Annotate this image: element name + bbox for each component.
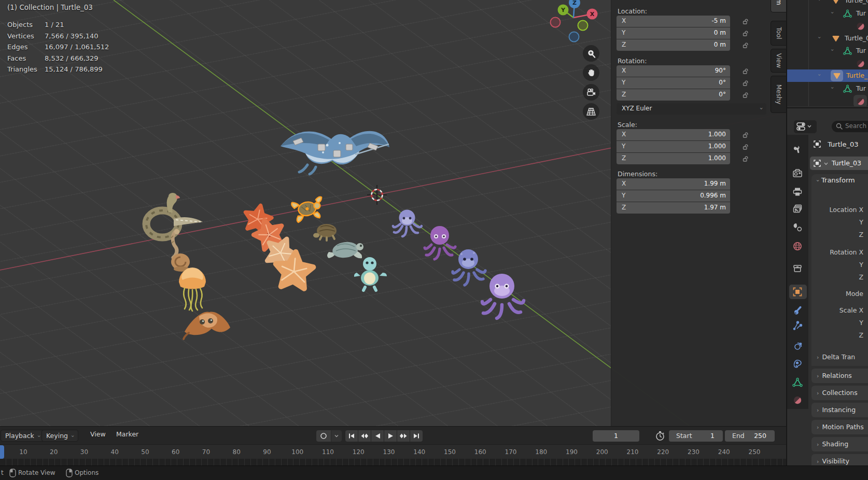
outliner-row-object-selected[interactable]: › Turtle_0: [787, 69, 868, 82]
seahorse-object[interactable]: [171, 229, 179, 258]
tab-view-layer-icon[interactable]: [792, 204, 803, 214]
lock-open-icon[interactable]: [742, 41, 749, 49]
outliner-row-object[interactable]: › Turtle_0: [787, 32, 868, 45]
octopus-4-object[interactable]: [482, 274, 524, 318]
chevron-icon[interactable]: ›: [817, 74, 822, 76]
editor-type-button[interactable]: [794, 120, 817, 133]
tab-constraints-icon[interactable]: [792, 359, 803, 369]
gizmo-neg-y-ball[interactable]: [578, 21, 588, 31]
outliner-row-object[interactable]: › Turtle_0: [787, 0, 868, 7]
play-button[interactable]: [384, 430, 397, 442]
outliner-row-mesh[interactable]: › Tur: [787, 45, 868, 57]
scale-x-field[interactable]: X1.000: [617, 129, 730, 140]
auto-keying-button[interactable]: [316, 430, 331, 442]
timeline-ruler[interactable]: 1020304050607080901001101201301401501601…: [0, 444, 786, 459]
sidebar-tab-item[interactable]: Item: [771, 0, 786, 12]
scale-y-field[interactable]: Y1.000: [617, 141, 730, 152]
lock-open-icon[interactable]: [742, 91, 749, 98]
tab-collection-icon[interactable]: [792, 263, 803, 274]
scale-z-field[interactable]: Z1.000: [617, 153, 730, 164]
tab-physics-icon[interactable]: [792, 342, 803, 352]
tab-output-icon[interactable]: [792, 187, 803, 197]
lock-open-icon[interactable]: [742, 30, 749, 37]
tortoise-object[interactable]: [313, 224, 337, 241]
object-id-field[interactable]: Turtle_03: [810, 157, 868, 170]
outliner-row-mesh[interactable]: › Tur: [787, 82, 868, 95]
tab-render-icon[interactable]: [792, 168, 803, 178]
tab-particles-icon[interactable]: [792, 320, 803, 331]
start-frame-field[interactable]: Start1: [669, 430, 723, 442]
cuttlefish-object[interactable]: [184, 312, 230, 339]
tab-object-data-icon[interactable]: [792, 377, 803, 388]
tab-tool-icon[interactable]: [792, 145, 803, 155]
chevron-icon[interactable]: ›: [817, 0, 822, 1]
selected-turtle-object[interactable]: [291, 196, 326, 223]
search-input[interactable]: Search: [832, 121, 868, 132]
zoom-button[interactable]: [583, 45, 599, 62]
view-menu[interactable]: View: [90, 430, 106, 438]
stopwatch-icon[interactable]: [655, 431, 665, 441]
outliner-row-material[interactable]: [787, 57, 868, 69]
keying-options-button[interactable]: [331, 430, 342, 442]
lock-open-icon[interactable]: [742, 155, 749, 162]
collapsed-panel-header[interactable]: ›Relations: [811, 369, 868, 383]
baby-turtle-object[interactable]: [354, 257, 387, 290]
marker-menu[interactable]: Marker: [116, 430, 138, 438]
chevron-icon[interactable]: ›: [830, 12, 835, 14]
lock-open-icon[interactable]: [742, 79, 749, 87]
sidebar-tab-view[interactable]: View: [771, 49, 786, 73]
end-frame-field[interactable]: End250: [725, 430, 775, 442]
play-reverse-button[interactable]: [371, 430, 384, 442]
location-y-field[interactable]: Y0 m: [617, 27, 730, 39]
lock-open-icon[interactable]: [742, 143, 749, 150]
prev-keyframe-button[interactable]: [358, 430, 371, 442]
collapsed-panel-header[interactable]: ›Motion Paths: [811, 420, 868, 434]
current-frame-field[interactable]: 1: [593, 430, 639, 442]
delta-transform-subpanel[interactable]: ›Delta Tran: [817, 353, 868, 361]
keying-menu[interactable]: Keying›: [41, 430, 78, 442]
lock-open-icon[interactable]: [742, 67, 749, 75]
sea-turtle-object[interactable]: [327, 241, 363, 260]
location-x-field[interactable]: X-5 m: [617, 16, 730, 27]
lock-open-icon[interactable]: [742, 131, 749, 138]
collapsed-panel-header[interactable]: ›Collections: [811, 386, 868, 400]
octopus-2-object[interactable]: [425, 226, 455, 259]
navigation-gizmo[interactable]: X Y Z: [544, 0, 601, 47]
jellyfish-object[interactable]: [179, 267, 206, 311]
outliner-row-material[interactable]: [787, 95, 868, 106]
outliner-row-material[interactable]: [787, 20, 868, 32]
location-z-field[interactable]: Z0 m: [617, 39, 730, 51]
timeline-scrollbar[interactable]: [0, 459, 786, 466]
rotation-mode-dropdown[interactable]: XYZ Euler ›: [617, 103, 766, 115]
current-frame-playhead[interactable]: [0, 445, 4, 459]
dimensions-z-field[interactable]: Z1.97 m: [617, 202, 730, 214]
collapsed-panel-header[interactable]: ›Instancing: [811, 403, 868, 417]
transform-panel-header[interactable]: ›Transform: [817, 176, 855, 184]
rotation-x-field[interactable]: X90°: [617, 65, 730, 77]
tab-object-icon[interactable]: [792, 287, 803, 297]
outliner-row-mesh[interactable]: › Tur: [787, 7, 868, 20]
collapsed-panel-header[interactable]: ›Shading: [811, 437, 868, 451]
lock-open-icon[interactable]: [742, 18, 749, 25]
chevron-icon[interactable]: ›: [830, 49, 835, 51]
gizmo-neg-x-ball[interactable]: [551, 18, 561, 27]
manta-ray-object[interactable]: [281, 131, 389, 174]
pan-button[interactable]: [583, 64, 599, 81]
collapsed-panel-header[interactable]: ›Visibility: [811, 454, 868, 465]
tab-scene-icon[interactable]: [792, 222, 803, 232]
toggle-grid-button[interactable]: [583, 103, 599, 120]
jump-to-end-button[interactable]: [410, 430, 423, 442]
dimensions-x-field[interactable]: X1.99 m: [617, 178, 730, 190]
dimensions-y-field[interactable]: Y0.996 m: [617, 190, 730, 202]
camera-view-button[interactable]: [583, 84, 599, 101]
playback-menu[interactable]: Playback›: [1, 430, 45, 442]
sidebar-tab-tool[interactable]: Tool: [771, 21, 786, 46]
tab-world-icon[interactable]: [792, 241, 803, 251]
rotation-y-field[interactable]: Y0°: [617, 77, 730, 89]
octopus-1-object[interactable]: [393, 210, 422, 237]
tab-material-icon[interactable]: [792, 395, 803, 405]
next-keyframe-button[interactable]: [397, 430, 410, 442]
rotation-z-field[interactable]: Z0°: [617, 89, 730, 101]
gizmo-neg-z-ball[interactable]: [569, 32, 579, 42]
chevron-icon[interactable]: ›: [817, 37, 822, 39]
